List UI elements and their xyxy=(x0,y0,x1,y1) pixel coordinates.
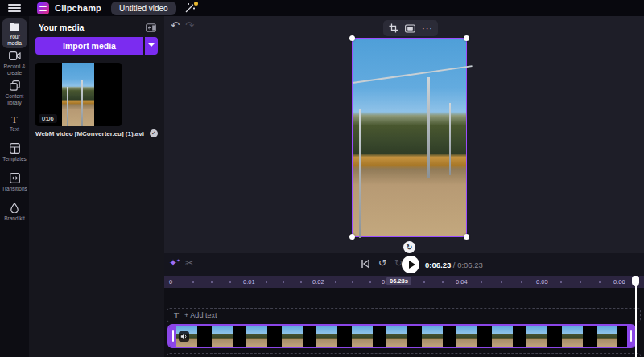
sidebar-item-brand-kit[interactable]: Brand kit xyxy=(2,197,27,227)
video-frame-content xyxy=(353,39,466,236)
ruler-tick xyxy=(501,281,502,283)
filmstrip-frame xyxy=(212,326,233,347)
ruler-label: 0:04 xyxy=(456,278,468,285)
filmstrip-frame xyxy=(597,326,617,347)
ruler-label: 0 xyxy=(169,278,172,285)
filmstrip-frame xyxy=(456,326,477,347)
audio-speaker-icon[interactable] xyxy=(179,331,189,342)
collapse-panel-icon[interactable] xyxy=(146,23,156,32)
preview-canvas[interactable]: ↶ ↷ ··· xyxy=(164,16,644,253)
panel-title: Your media xyxy=(39,23,84,32)
check-icon: ✓ xyxy=(150,129,158,137)
filmstrip-frame xyxy=(422,326,443,347)
resize-handle-tr[interactable] xyxy=(464,35,469,41)
sidebar-item-templates[interactable]: Templates xyxy=(2,137,27,167)
filmstrip-frame xyxy=(526,326,547,347)
media-card[interactable]: 0:06 xyxy=(35,63,122,126)
ruler-tick xyxy=(300,281,302,283)
jump-back-icon[interactable]: ↺ xyxy=(378,257,386,269)
sidebar-item-text[interactable]: T Text xyxy=(2,108,27,137)
sidebar-rail: Your media Record & create Content libra… xyxy=(0,16,29,357)
ruler-tick xyxy=(192,281,194,283)
resize-handle-tl[interactable] xyxy=(349,35,355,41)
resize-handle-bl[interactable] xyxy=(349,234,355,240)
ai-sparkle-icon[interactable]: ✦ xyxy=(169,257,181,269)
folder-icon xyxy=(9,21,20,32)
redo-button: ↷ xyxy=(185,19,194,32)
filmstrip-frame xyxy=(316,326,337,347)
resize-handle-br[interactable] xyxy=(464,234,469,240)
fit-frame-icon[interactable] xyxy=(405,23,415,34)
clip-filmstrip xyxy=(176,326,627,347)
sidebar-item-content-library[interactable]: Content library xyxy=(2,78,27,108)
play-button[interactable] xyxy=(402,256,419,273)
menu-icon[interactable] xyxy=(8,4,21,12)
templates-icon xyxy=(10,143,20,154)
text-icon: T xyxy=(10,113,19,125)
clipchamp-app: Clipchamp Untitled video Your media Reco… xyxy=(0,0,644,357)
playhead-line xyxy=(635,284,637,357)
time-display: 0:06.23 / 0:06.23 xyxy=(425,261,483,269)
ruler-tick xyxy=(266,281,267,283)
ruler-tick xyxy=(442,281,444,283)
ruler-label: 0:02 xyxy=(312,278,324,285)
ruler-tick xyxy=(580,281,581,283)
fence-pole xyxy=(359,109,361,238)
ruler-tick xyxy=(599,281,601,283)
timeline-ruler[interactable]: 00:010:020:030:040:050:06 06.23s xyxy=(164,276,644,288)
filmstrip-frame xyxy=(562,326,583,347)
fence-pole xyxy=(427,77,430,178)
sidebar-item-label: Content library xyxy=(2,93,27,106)
sidebar-item-label: Templates xyxy=(2,156,27,162)
editor-area: ↶ ↷ ··· xyxy=(164,16,644,357)
ruler-tick xyxy=(560,281,562,283)
media-filename: WebM video [MConverter.eu] (1).avi xyxy=(35,130,147,137)
fence-pole xyxy=(449,103,451,175)
add-text-label: + Add text xyxy=(184,311,217,319)
sidebar-item-label: Your media xyxy=(2,34,27,47)
magic-wand-icon[interactable] xyxy=(184,2,199,14)
current-time: 0:06.23 xyxy=(425,261,451,269)
undo-button[interactable]: ↶ xyxy=(171,19,180,32)
video-clip[interactable] xyxy=(167,324,636,348)
clipchamp-logo-icon[interactable] xyxy=(37,2,49,14)
project-tab[interactable]: Untitled video xyxy=(111,2,176,15)
import-media-button[interactable]: Import media xyxy=(35,37,143,55)
playhead[interactable] xyxy=(632,276,640,357)
ruler-tick xyxy=(352,281,353,283)
import-dropdown-button[interactable] xyxy=(145,37,158,55)
media-thumbnail xyxy=(62,63,94,126)
add-text-track[interactable]: T + Add text xyxy=(167,308,641,322)
ruler-tick xyxy=(211,281,213,283)
rotate-handle[interactable]: ↻ xyxy=(403,241,415,253)
sidebar-item-your-media[interactable]: Your media xyxy=(2,18,27,48)
sidebar-item-record-create[interactable]: Record & create xyxy=(2,48,27,78)
svg-text:T: T xyxy=(11,114,18,124)
library-icon xyxy=(10,80,20,92)
filmstrip-frame xyxy=(246,326,267,347)
ruler-tick xyxy=(229,281,231,283)
add-audio-track[interactable]: ♪ xyxy=(167,353,641,357)
ruler-tick xyxy=(335,281,336,283)
media-panel: Your media Import media 0:06 WebM video … xyxy=(29,16,164,357)
more-options-icon[interactable]: ··· xyxy=(422,24,433,32)
notification-dot xyxy=(194,2,198,6)
sidebar-item-label: Text xyxy=(10,126,19,133)
ruler-tick xyxy=(481,281,482,283)
trim-handle-left[interactable] xyxy=(169,326,176,347)
filmstrip-frame xyxy=(352,326,373,347)
filmstrip-frame xyxy=(282,326,303,347)
sidebar-item-transitions[interactable]: Transitions xyxy=(2,167,27,197)
skip-to-start-icon[interactable] xyxy=(361,259,370,269)
total-time: / 0:06.23 xyxy=(451,261,483,269)
ruler-label: 0:05 xyxy=(536,278,548,285)
camera-icon xyxy=(9,51,21,62)
brand-kit-icon xyxy=(10,203,19,214)
fence-wire xyxy=(353,65,473,84)
crop-icon[interactable] xyxy=(388,23,398,34)
timeline-tracks: T + Add text ♪ xyxy=(164,288,644,357)
video-preview[interactable] xyxy=(352,38,467,237)
ruler-tick xyxy=(283,281,284,283)
sidebar-item-label: Record & create xyxy=(2,64,27,76)
ruler-label: 0:06 xyxy=(613,278,625,285)
